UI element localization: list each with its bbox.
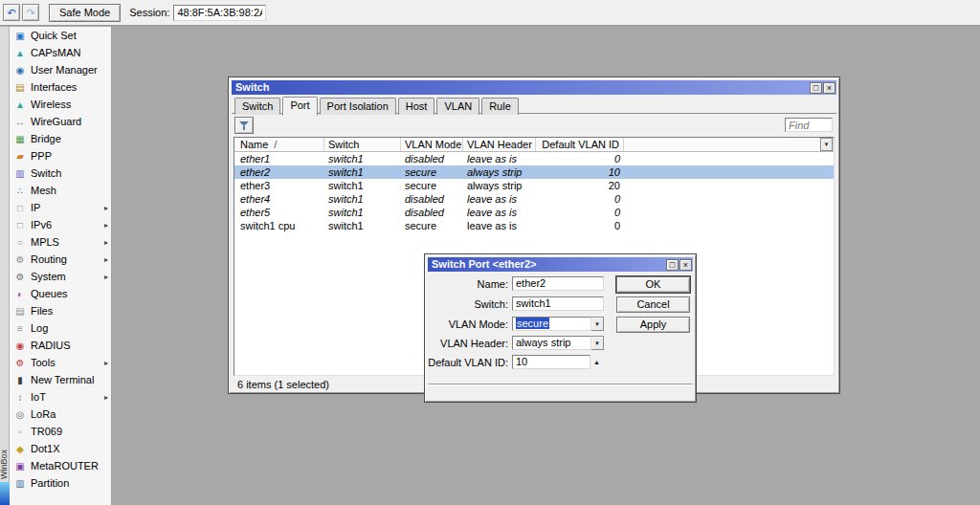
cancel-button[interactable]: Cancel [616, 296, 690, 313]
tab-port[interactable]: Port [282, 97, 317, 116]
field-control-default-vlan-id: 10▲ [512, 355, 600, 370]
filter-button[interactable] [234, 117, 254, 134]
sidebar-item-tr069[interactable]: ▫TR069 [10, 423, 111, 440]
sidebar-item-log[interactable]: ≡Log [10, 319, 111, 337]
find-input[interactable] [785, 118, 833, 132]
cell-default-vlan-id: 20 [536, 179, 624, 192]
sidebar-item-user-manager[interactable]: ◉User Manager [10, 61, 111, 78]
sidebar-item-label: PPP [31, 150, 52, 162]
sidebar-item-wireguard[interactable]: ↔WireGuard [10, 113, 111, 130]
sidebar-item-wireless[interactable]: ▲Wireless [10, 96, 111, 113]
cell-vlan-header: leave as is [463, 206, 536, 219]
dot1x-icon: ◆ [13, 444, 27, 454]
safe-mode-button[interactable]: Safe Mode [49, 4, 121, 22]
undo-icon: ↶ [7, 7, 15, 19]
sidebar-item-ipv6[interactable]: □IPv6▸ [10, 216, 111, 233]
sidebar-item-label: WireGuard [31, 116, 81, 127]
table-row[interactable]: ether2switch1securealways strip10 [234, 165, 834, 179]
dialog-title: Switch Port <ether2> [432, 257, 666, 272]
spinner-up-icon[interactable]: ▲ [593, 355, 600, 370]
table-row[interactable]: ether1switch1disabledleave as is0 [234, 152, 834, 165]
redo-button[interactable]: ↷ [22, 4, 39, 21]
selected-text: secure [516, 318, 549, 329]
vlan-mode-input[interactable]: secure [512, 317, 591, 331]
tab-switch[interactable]: Switch [234, 98, 280, 115]
sidebar-item-tools[interactable]: ⚙Tools▸ [10, 354, 111, 371]
sidebar-item-new-terminal[interactable]: ▮New Terminal [10, 371, 111, 388]
column-header-vlan-header[interactable]: VLAN Header [463, 138, 536, 151]
sidebar-item-queues[interactable]: ◐Queues [10, 285, 111, 302]
column-menu-button[interactable]: ▼ [820, 138, 833, 151]
column-header-vlan-mode[interactable]: VLAN Mode [401, 138, 463, 151]
undo-button[interactable]: ↶ [3, 4, 20, 21]
cell-filler [624, 152, 834, 165]
table-row[interactable]: ether5switch1disabledleave as is0 [234, 206, 834, 219]
sidebar-item-switch[interactable]: ▥Switch [10, 165, 111, 182]
submenu-arrow-icon: ▸ [104, 238, 108, 247]
table-row[interactable]: switch1 cpuswitch1secureleave as is0 [234, 219, 834, 232]
column-header-switch[interactable]: Switch [324, 138, 401, 151]
tab-host[interactable]: Host [398, 98, 435, 115]
cell-name: switch1 cpu [234, 219, 324, 232]
sidebar-item-files[interactable]: ▤Files [10, 302, 111, 319]
session-input[interactable] [173, 5, 266, 21]
sidebar-item-dot1x[interactable]: ◆Dot1X [10, 440, 111, 457]
sidebar: ▣Quick Set▲CAPsMAN◉User Manager▤Interfac… [10, 27, 112, 505]
routing-icon: ⚙ [13, 254, 27, 265]
sidebar-item-label: CAPsMAN [31, 47, 81, 58]
sidebar-item-ppp[interactable]: ▰PPP [10, 147, 111, 165]
sidebar-item-routing[interactable]: ⚙Routing▸ [10, 251, 111, 268]
ok-button[interactable]: OK [616, 276, 690, 293]
table-row[interactable]: ether3switch1securealways strip20 [234, 179, 834, 192]
sidebar-item-iot[interactable]: ↕IoT▸ [10, 388, 111, 406]
sidebar-item-label: Queues [31, 288, 68, 299]
metarouter-icon: ▣ [13, 461, 27, 472]
default-vlan-id-input[interactable]: 10 [512, 355, 590, 369]
tab-vlan[interactable]: VLAN [436, 98, 479, 115]
cell-default-vlan-id: 0 [536, 219, 624, 232]
vlan-header-input[interactable]: always strip [512, 336, 591, 350]
sidebar-item-capsman[interactable]: ▲CAPsMAN [10, 44, 111, 61]
sidebar-item-ip[interactable]: □IP▸ [10, 199, 111, 216]
chevron-down-icon: ▼ [594, 340, 600, 346]
dialog-close-button[interactable]: × [679, 259, 692, 271]
column-header-default-vlan-id[interactable]: Default VLAN ID [536, 138, 624, 151]
cell-filler [624, 165, 834, 179]
filter-icon [238, 121, 250, 131]
sidebar-item-mesh[interactable]: ∴Mesh [10, 182, 111, 199]
table-header: Name/SwitchVLAN ModeVLAN HeaderDefault V… [234, 138, 834, 152]
maximize-icon: □ [670, 260, 675, 270]
sidebar-item-radius[interactable]: ◉RADIUS [10, 337, 111, 354]
sidebar-item-system[interactable]: ⚙System▸ [10, 268, 111, 285]
column-header-name[interactable]: Name/ [234, 138, 324, 151]
vlan-header-dropdown-button[interactable]: ▼ [591, 336, 604, 350]
switch-window-titlebar[interactable]: Switch □ × [232, 80, 836, 95]
sidebar-item-bridge[interactable]: ▦Bridge [10, 130, 111, 147]
sidebar-item-label: Quick Set [31, 30, 77, 41]
sidebar-item-mpls[interactable]: ○MPLS▸ [10, 233, 111, 251]
cell-vlan-header: leave as is [463, 152, 536, 165]
ipv6-icon: □ [13, 220, 27, 231]
tab-port-isolation[interactable]: Port Isolation [320, 98, 396, 115]
switch-input[interactable]: switch1 [512, 296, 604, 311]
cell-vlan-mode: disabled [401, 192, 463, 206]
log-icon: ≡ [13, 323, 27, 334]
sidebar-item-label: Switch [31, 167, 61, 179]
close-button[interactable]: × [823, 82, 835, 94]
maximize-button[interactable]: □ [810, 82, 822, 94]
sidebar-item-metarouter[interactable]: ▣MetaROUTER [10, 457, 111, 474]
sidebar-item-interfaces[interactable]: ▤Interfaces [10, 78, 111, 96]
sidebar-item-partition[interactable]: ▥Partition [10, 474, 111, 492]
field-row-vlan-header: VLAN Header:always strip▼ [428, 336, 693, 351]
sidebar-item-lora[interactable]: ◎LoRa [10, 406, 111, 423]
sidebar-item-label: System [31, 271, 66, 282]
sidebar-item-quick-set[interactable]: ▣Quick Set [10, 27, 111, 44]
dialog-maximize-button[interactable]: □ [666, 259, 679, 271]
tab-rule[interactable]: Rule [481, 98, 519, 115]
ip-icon: □ [13, 203, 27, 213]
vlan-mode-dropdown-button[interactable]: ▼ [591, 317, 604, 331]
table-row[interactable]: ether4switch1disabledleave as is0 [234, 192, 834, 206]
dialog-titlebar[interactable]: Switch Port <ether2> □ × [428, 257, 693, 272]
name-input[interactable]: ether2 [512, 276, 604, 291]
apply-button[interactable]: Apply [616, 317, 690, 333]
